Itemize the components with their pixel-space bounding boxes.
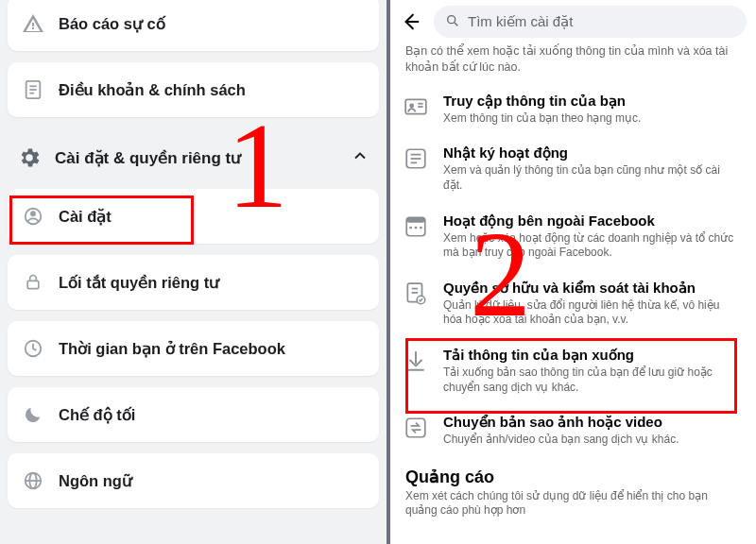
menu-card: Chế độ tối bbox=[8, 387, 379, 442]
clock-icon bbox=[21, 336, 45, 361]
warning-icon bbox=[21, 11, 45, 36]
app-icon bbox=[404, 214, 430, 241]
settings-item-transfer-copy[interactable]: Chuyển bản sao ảnh hoặc video Chuyển ảnh… bbox=[390, 404, 756, 457]
menu-item-language[interactable]: Ngôn ngữ bbox=[8, 453, 379, 508]
menu-card: Thời gian bạn ở trên Facebook bbox=[8, 321, 379, 376]
section-header-settings-privacy[interactable]: Cài đặt & quyền riêng tư bbox=[0, 128, 387, 183]
globe-icon bbox=[21, 468, 45, 493]
item-title: Hoạt động bên ngoài Facebook bbox=[443, 212, 741, 230]
download-icon bbox=[404, 348, 430, 375]
transfer-icon bbox=[404, 416, 430, 442]
item-title: Quyền sở hữu và kiểm soát tài khoản bbox=[443, 280, 741, 297]
menu-item-time-on-fb[interactable]: Thời gian bạn ở trên Facebook bbox=[8, 321, 379, 376]
svg-rect-6 bbox=[27, 280, 39, 288]
settings-item-access-info[interactable]: Truy cập thông tin của bạn Xem thông tin… bbox=[390, 83, 756, 136]
lock-icon bbox=[21, 270, 45, 295]
menu-item-label: Lối tắt quyền riêng tư bbox=[59, 274, 219, 292]
id-card-icon bbox=[404, 94, 430, 121]
menu-card: Lối tắt quyền riêng tư bbox=[8, 255, 379, 310]
topbar: Tìm kiếm cài đặt bbox=[390, 0, 756, 42]
svg-line-12 bbox=[455, 23, 457, 26]
left-panel: Báo cáo sự cố Điều khoản & chính sách Cà… bbox=[0, 0, 387, 544]
search-placeholder: Tìm kiếm cài đặt bbox=[468, 13, 573, 30]
back-button[interactable] bbox=[398, 8, 424, 35]
svg-rect-22 bbox=[406, 217, 425, 222]
svg-point-14 bbox=[409, 103, 414, 108]
menu-item-privacy-shortcuts[interactable]: Lối tắt quyền riêng tư bbox=[8, 255, 379, 310]
settings-item-off-fb-activity[interactable]: Hoạt động bên ngoài Facebook Xem hoặc xó… bbox=[390, 203, 756, 270]
item-title: Tải thông tin của bạn xuống bbox=[443, 347, 741, 364]
svg-point-25 bbox=[420, 226, 422, 229]
item-subtitle: Quản lý dữ liệu, sửa đổi người liên hệ t… bbox=[443, 298, 741, 328]
menu-card: Cài đặt bbox=[8, 189, 379, 244]
item-title: Truy cập thông tin của bạn bbox=[443, 93, 741, 110]
svg-point-5 bbox=[30, 211, 36, 216]
svg-point-23 bbox=[409, 226, 412, 229]
menu-card: Điều khoản & chính sách bbox=[8, 62, 379, 117]
item-subtitle: Chuyển ảnh/video của bạn sang dịch vụ kh… bbox=[443, 433, 741, 448]
gear-small-icon bbox=[21, 204, 45, 229]
list-icon bbox=[404, 146, 430, 173]
menu-item-label: Báo cáo sự cố bbox=[59, 15, 165, 33]
menu-item-label: Thời gian bạn ở trên Facebook bbox=[59, 340, 285, 358]
chevron-up-icon bbox=[351, 146, 369, 170]
menu-item-label: Ngôn ngữ bbox=[59, 472, 132, 490]
moon-icon bbox=[21, 402, 45, 427]
settings-item-download-info[interactable]: Tải thông tin của bạn xuống Tải xuống bả… bbox=[390, 337, 756, 404]
menu-item-label: Cài đặt bbox=[59, 208, 112, 226]
item-title: Nhật ký hoạt động bbox=[443, 144, 741, 162]
menu-item-dark-mode[interactable]: Chế độ tối bbox=[8, 387, 379, 442]
section-header-label: Cài đặt & quyền riêng tư bbox=[55, 148, 241, 168]
item-subtitle: Xem và quản lý thông tin của bạn cũng nh… bbox=[443, 163, 741, 193]
settings-item-activity-log[interactable]: Nhật ký hoạt động Xem và quản lý thông t… bbox=[390, 135, 756, 202]
right-panel: Tìm kiếm cài đặt Bạn có thể xem hoặc tải… bbox=[390, 0, 756, 544]
menu-item-label: Điều khoản & chính sách bbox=[59, 81, 246, 99]
section-description: Bạn có thể xem hoặc tải xuống thông tin … bbox=[390, 42, 756, 83]
item-subtitle: Tải xuống bản sao thông tin của bạn để l… bbox=[443, 366, 741, 395]
menu-item-terms[interactable]: Điều khoản & chính sách bbox=[8, 62, 379, 117]
menu-item-label: Chế độ tối bbox=[59, 406, 135, 424]
menu-card: Báo cáo sự cố bbox=[8, 0, 379, 51]
svg-point-24 bbox=[415, 226, 418, 229]
section-title-ads: Quảng cáo bbox=[390, 457, 756, 489]
item-subtitle: Xem thông tin của bạn theo hạng mục. bbox=[443, 111, 741, 127]
menu-card: Ngôn ngữ bbox=[8, 453, 379, 508]
doc-check-icon bbox=[404, 281, 430, 308]
svg-point-11 bbox=[448, 15, 455, 23]
section-subtitle-ads: Xem xét cách chúng tôi sử dụng dữ liệu đ… bbox=[390, 489, 756, 524]
settings-item-account-ownership[interactable]: Quyền sở hữu và kiểm soát tài khoản Quản… bbox=[390, 270, 756, 337]
item-title: Chuyển bản sao ảnh hoặc video bbox=[443, 414, 741, 431]
gear-icon bbox=[17, 145, 42, 170]
doc-icon bbox=[21, 77, 45, 102]
svg-rect-30 bbox=[406, 418, 425, 437]
item-subtitle: Xem hoặc xóa hoạt động từ các doanh nghi… bbox=[443, 231, 741, 261]
menu-item-report-problem[interactable]: Báo cáo sự cố bbox=[8, 0, 379, 51]
search-icon bbox=[445, 13, 460, 31]
menu-item-settings[interactable]: Cài đặt bbox=[8, 189, 379, 244]
search-input[interactable]: Tìm kiếm cài đặt bbox=[434, 6, 747, 38]
